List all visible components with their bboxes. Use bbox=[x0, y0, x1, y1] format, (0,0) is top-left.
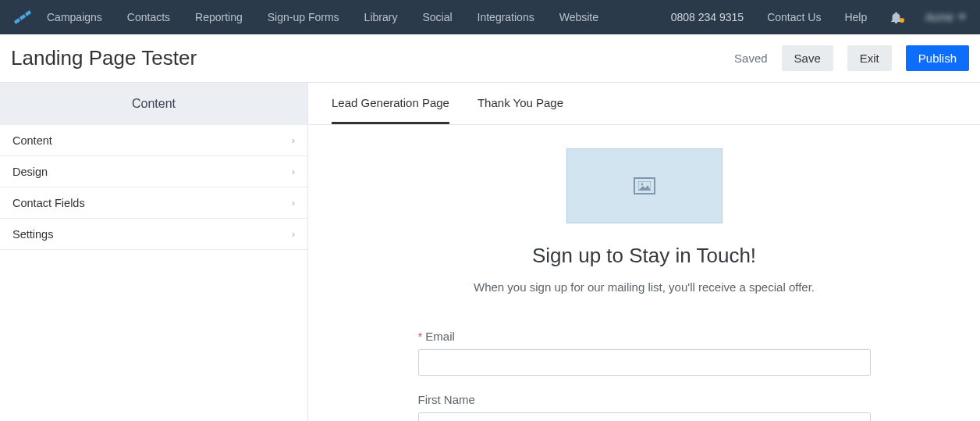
image-icon bbox=[634, 177, 655, 194]
page-title: Landing Page Tester bbox=[11, 46, 197, 70]
phone-number: 0808 234 9315 bbox=[671, 11, 744, 23]
top-nav: Campaigns Contacts Reporting Sign-up For… bbox=[0, 0, 980, 34]
save-button[interactable]: Save bbox=[782, 45, 833, 71]
chevron-right-icon: › bbox=[292, 166, 295, 177]
form-headline: Sign up to Stay in Touch! bbox=[418, 244, 871, 268]
chevron-down-icon bbox=[958, 15, 966, 20]
tab-lead-generation[interactable]: Lead Generation Page bbox=[332, 84, 449, 124]
label-email-text: Email bbox=[425, 330, 455, 343]
saved-status: Saved bbox=[734, 52, 768, 65]
nav-link-library[interactable]: Library bbox=[364, 11, 398, 23]
form-subtext: When you sign up for our mailing list, y… bbox=[418, 280, 871, 294]
sidebar-item-label: Contact Fields bbox=[12, 197, 85, 209]
canvas-scroll[interactable]: Sign up to Stay in Touch! When you sign … bbox=[308, 125, 980, 421]
input-first-name[interactable] bbox=[418, 412, 871, 421]
tab-thank-you[interactable]: Thank You Page bbox=[478, 84, 563, 124]
label-first-name: First Name bbox=[418, 393, 871, 406]
header-actions: Saved Save Exit Publish bbox=[734, 45, 969, 71]
user-menu[interactable]: Acme bbox=[925, 11, 966, 23]
svg-marker-1 bbox=[20, 14, 26, 20]
svg-marker-2 bbox=[25, 10, 31, 16]
nav-link-website[interactable]: Website bbox=[559, 11, 598, 23]
nav-link-contacts[interactable]: Contacts bbox=[127, 11, 170, 23]
svg-marker-0 bbox=[14, 18, 20, 24]
notification-dot-icon bbox=[900, 18, 904, 23]
required-indicator: * bbox=[418, 330, 423, 343]
sidebar-item-label: Design bbox=[12, 166, 48, 178]
nav-help[interactable]: Help bbox=[844, 11, 867, 23]
brand-logo[interactable] bbox=[14, 10, 33, 24]
editor-area: Lead Generation Page Thank You Page Sign… bbox=[308, 83, 980, 421]
sidebar-item-label: Content bbox=[12, 134, 52, 147]
nav-right: 0808 234 9315 Contact Us Help Acme bbox=[671, 11, 966, 23]
sidebar-item-content[interactable]: Content › bbox=[0, 125, 307, 156]
page-tabs: Lead Generation Page Thank You Page bbox=[308, 83, 980, 125]
publish-button[interactable]: Publish bbox=[906, 45, 969, 71]
nav-link-campaigns[interactable]: Campaigns bbox=[47, 11, 102, 23]
sidebar-item-label: Settings bbox=[12, 228, 53, 241]
sidebar-item-contact-fields[interactable]: Contact Fields › bbox=[0, 187, 307, 219]
main-layout: Content Content › Design › Contact Field… bbox=[0, 83, 980, 421]
sidebar-heading: Content bbox=[0, 83, 307, 125]
editor-sidebar: Content Content › Design › Contact Field… bbox=[0, 83, 308, 421]
nav-link-integrations[interactable]: Integrations bbox=[478, 11, 534, 23]
page-header: Landing Page Tester Saved Save Exit Publ… bbox=[0, 34, 980, 83]
chevron-right-icon: › bbox=[292, 134, 295, 146]
sidebar-item-design[interactable]: Design › bbox=[0, 156, 307, 187]
user-name: Acme bbox=[925, 11, 953, 23]
input-email[interactable] bbox=[418, 349, 871, 376]
label-email: *Email bbox=[418, 330, 871, 343]
canvas: Sign up to Stay in Touch! When you sign … bbox=[418, 125, 871, 421]
chevron-right-icon: › bbox=[292, 228, 295, 240]
field-first-name: First Name bbox=[418, 393, 871, 421]
sidebar-item-settings[interactable]: Settings › bbox=[0, 219, 307, 250]
nav-link-social[interactable]: Social bbox=[422, 11, 452, 23]
nav-contact-us[interactable]: Contact Us bbox=[767, 11, 821, 23]
image-placeholder[interactable] bbox=[566, 148, 723, 223]
nav-link-signup-forms[interactable]: Sign-up Forms bbox=[268, 11, 339, 23]
notifications-icon[interactable] bbox=[890, 11, 902, 23]
field-email: *Email bbox=[418, 330, 871, 376]
nav-link-reporting[interactable]: Reporting bbox=[195, 11, 243, 23]
exit-button[interactable]: Exit bbox=[847, 45, 892, 71]
svg-point-4 bbox=[641, 184, 643, 186]
nav-links: Campaigns Contacts Reporting Sign-up For… bbox=[47, 11, 598, 23]
chevron-right-icon: › bbox=[292, 197, 295, 209]
